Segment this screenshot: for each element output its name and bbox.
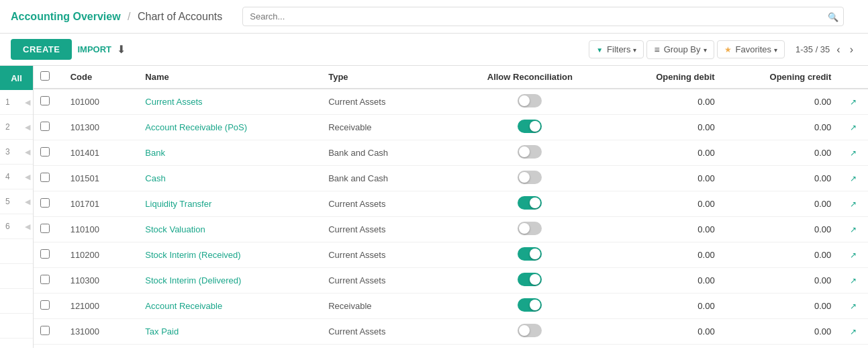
row-opening-credit: 0.00 <box>722 166 838 191</box>
row-action[interactable]: ↗ <box>838 319 868 345</box>
row-reconciliation[interactable] <box>455 191 605 217</box>
search-input[interactable] <box>242 7 844 26</box>
row-checkbox[interactable] <box>40 147 50 157</box>
row-name[interactable]: Tax Paid <box>138 319 322 345</box>
row-reconciliation[interactable] <box>455 268 605 294</box>
reconciliation-toggle[interactable] <box>518 273 542 286</box>
row-opening-credit: 0.00 <box>722 89 838 115</box>
row-name[interactable]: Account Receivable <box>138 294 322 319</box>
select-all-checkbox[interactable] <box>40 71 50 81</box>
row-action[interactable]: ↗ <box>838 89 868 115</box>
reconciliation-toggle[interactable] <box>518 145 542 159</box>
table-container: All 1◀2◀3◀4◀5◀6◀ Code Name Type Allow Re… <box>0 66 868 348</box>
app-title[interactable]: Accounting Overview <box>11 11 121 22</box>
all-button[interactable]: All <box>0 66 33 90</box>
create-button[interactable]: CREATE <box>11 39 72 60</box>
import-button[interactable]: IMPORT <box>77 44 111 54</box>
row-name[interactable]: Current Assets <box>138 89 322 115</box>
reconciliation-toggle[interactable] <box>518 94 542 107</box>
table-row: 101501 Cash Bank and Cash 0.00 0.00 ↗ <box>34 166 868 191</box>
row-reconciliation[interactable] <box>455 140 605 166</box>
row-name[interactable]: Stock Valuation <box>138 217 322 242</box>
row-action[interactable]: ↗ <box>838 115 868 140</box>
expand-icon[interactable]: ↗ <box>850 97 857 107</box>
expand-icon[interactable]: ↗ <box>850 123 857 132</box>
expand-icon[interactable]: ↗ <box>850 276 857 285</box>
row-checkbox[interactable] <box>40 173 50 182</box>
row-reconciliation[interactable] <box>455 217 605 242</box>
row-expand-button[interactable]: ◀ <box>25 197 30 206</box>
groupby-button[interactable]: Group By <box>646 40 714 59</box>
expand-icon[interactable]: ↗ <box>850 225 857 234</box>
row-code: 110300 <box>64 268 139 294</box>
favorites-button[interactable]: Favorites <box>717 40 785 58</box>
pagination-prev-button[interactable]: ‹ <box>832 42 844 57</box>
row-checkbox[interactable] <box>40 96 50 105</box>
row-expand-button[interactable]: ◀ <box>25 222 30 231</box>
table-row: 101000 Current Assets Current Assets 0.0… <box>34 89 868 115</box>
row-expand-button[interactable]: ◀ <box>25 123 30 132</box>
row-reconciliation[interactable] <box>455 115 605 140</box>
reconciliation-toggle[interactable] <box>518 324 542 337</box>
row-number: 6 <box>5 222 10 231</box>
header-name: Name <box>138 66 322 89</box>
expand-icon[interactable]: ↗ <box>850 327 857 337</box>
row-reconciliation[interactable] <box>455 242 605 268</box>
row-type: Receivable <box>322 294 454 319</box>
row-checkbox-cell <box>34 191 64 217</box>
row-reconciliation[interactable] <box>455 89 605 115</box>
breadcrumb: Accounting Overview / Chart of Accounts <box>11 11 222 23</box>
row-checkbox[interactable] <box>40 326 50 335</box>
expand-icon[interactable]: ↗ <box>850 148 857 158</box>
row-action[interactable]: ↗ <box>838 191 868 217</box>
row-checkbox[interactable] <box>40 275 50 284</box>
header-checkbox-cell <box>34 66 64 89</box>
reconciliation-toggle[interactable] <box>518 247 542 261</box>
row-name[interactable]: Liquidity Transfer <box>138 191 322 217</box>
expand-icon[interactable]: ↗ <box>850 199 857 209</box>
download-button[interactable]: ⬇ <box>117 43 126 56</box>
table-row: 110100 Stock Valuation Current Assets 0.… <box>34 217 868 242</box>
row-name[interactable]: Account Receivable (PoS) <box>138 115 322 140</box>
reconciliation-toggle[interactable] <box>518 298 542 312</box>
row-action[interactable]: ↗ <box>838 268 868 294</box>
row-opening-credit: 0.00 <box>722 217 838 242</box>
reconciliation-toggle[interactable] <box>518 120 542 133</box>
reconciliation-toggle[interactable] <box>518 196 542 210</box>
row-reconciliation[interactable] <box>455 319 605 345</box>
row-expand-button[interactable]: ◀ <box>25 148 30 157</box>
row-name[interactable]: Bank <box>138 140 322 166</box>
favorites-label: Favorites <box>736 44 771 54</box>
expand-icon[interactable]: ↗ <box>850 251 857 260</box>
row-reconciliation[interactable] <box>455 166 605 191</box>
row-checkbox[interactable] <box>40 300 50 310</box>
row-checkbox[interactable] <box>40 224 50 233</box>
row-action[interactable]: ↗ <box>838 166 868 191</box>
row-name[interactable]: Stock Interim (Received) <box>138 242 322 268</box>
header-code: Code <box>64 66 139 89</box>
row-action[interactable]: ↗ <box>838 140 868 166</box>
row-checkbox[interactable] <box>40 198 50 208</box>
search-icon: 🔍 <box>828 11 838 21</box>
row-name[interactable]: Cash <box>138 166 322 191</box>
row-reconciliation[interactable] <box>455 294 605 319</box>
row-code: 121000 <box>64 294 139 319</box>
search-bar: 🔍 <box>242 7 844 26</box>
filters-button[interactable]: Filters <box>589 40 644 58</box>
row-expand-button[interactable]: ◀ <box>25 173 30 181</box>
row-expand-button[interactable]: ◀ <box>25 98 30 107</box>
row-checkbox[interactable] <box>40 249 50 259</box>
row-action[interactable]: ↗ <box>838 294 868 319</box>
pagination-next-button[interactable]: › <box>846 42 857 57</box>
row-name[interactable]: Stock Interim (Delivered) <box>138 268 322 294</box>
row-checkbox[interactable] <box>40 122 50 131</box>
row-code: 101701 <box>64 191 139 217</box>
reconciliation-toggle[interactable] <box>518 222 542 235</box>
row-action[interactable]: ↗ <box>838 217 868 242</box>
row-action[interactable]: ↗ <box>838 242 868 268</box>
expand-icon[interactable]: ↗ <box>850 174 857 183</box>
row-num-item: 2◀ <box>0 115 33 140</box>
header-opening-debit: Opening debit <box>605 66 722 89</box>
reconciliation-toggle[interactable] <box>518 171 542 184</box>
expand-icon[interactable]: ↗ <box>850 302 857 311</box>
